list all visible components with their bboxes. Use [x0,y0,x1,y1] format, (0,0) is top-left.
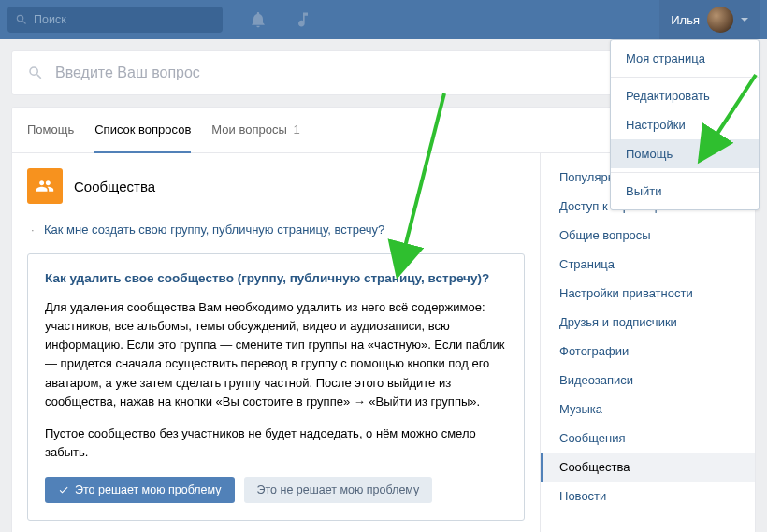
qa-body-1: Для удаления сообщества Вам необходимо у… [45,298,507,411]
user-dropdown: Моя страница Редактировать Настройки Пом… [610,39,760,210]
tab-label: Мои вопросы [211,122,286,137]
dropdown-logout[interactable]: Выйти [611,177,759,206]
dropdown-my-page[interactable]: Моя страница [611,44,759,73]
qa-box: Как удалить свое сообщество (группу, пуб… [27,253,525,521]
user-menu-trigger[interactable]: Илья [659,0,760,39]
topbar: Илья [0,0,767,39]
avatar [707,7,733,33]
tab-my-questions[interactable]: Мои вопросы 1 [211,108,299,152]
search-input[interactable] [34,13,215,26]
sidebar-item-messages[interactable]: Сообщения [541,424,755,453]
topbar-icons [249,10,312,29]
sidebar-item-friends[interactable]: Друзья и подписчики [541,308,755,337]
user-name: Илья [671,13,700,27]
dropdown-help[interactable]: Помощь [611,139,759,168]
caret-down-icon [741,18,748,22]
solves-problem-button[interactable]: Это решает мою проблему [45,477,235,503]
tab-count: 1 [293,122,299,137]
faq-link-create-group[interactable]: Как мне создать свою группу, публичную с… [27,217,525,248]
section-header: Сообщества [27,168,525,204]
section-title: Сообщества [74,179,155,194]
communities-icon [27,168,63,204]
button-label: Это решает мою проблему [75,483,222,496]
sidebar-item-page[interactable]: Страница [541,250,755,279]
bell-icon[interactable] [249,10,268,29]
separator [611,172,759,173]
music-icon[interactable] [294,10,312,29]
sidebar-item-news[interactable]: Новости [541,482,755,510]
check-icon [58,484,69,496]
button-row: Это решает мою проблему Это не решает мо… [45,477,507,503]
search-icon [15,13,28,26]
sidebar-item-music[interactable]: Музыка [541,395,755,424]
search-icon [27,65,44,81]
dropdown-edit[interactable]: Редактировать [611,81,759,110]
separator [611,77,759,78]
qa-title: Как удалить свое сообщество (группу, пуб… [45,271,507,285]
sidebar-item-privacy[interactable]: Настройки приватности [541,279,755,308]
sidebar-item-general[interactable]: Общие вопросы [541,221,755,250]
dropdown-settings[interactable]: Настройки [611,110,759,139]
not-solves-problem-button[interactable]: Это не решает мою проблему [244,477,433,503]
qa-body-2: Пустое сообщество без участников не буде… [45,424,507,462]
sidebar-item-videos[interactable]: Видеозаписи [541,366,755,395]
sidebar-item-communities[interactable]: Сообщества [541,453,755,482]
tab-question-list[interactable]: Список вопросов [94,108,191,153]
search-wrap[interactable] [7,7,223,33]
left-column: Сообщества Как мне создать свою группу, … [12,153,540,532]
sidebar-item-photos[interactable]: Фотографии [541,337,755,366]
tab-help[interactable]: Помощь [27,108,74,152]
